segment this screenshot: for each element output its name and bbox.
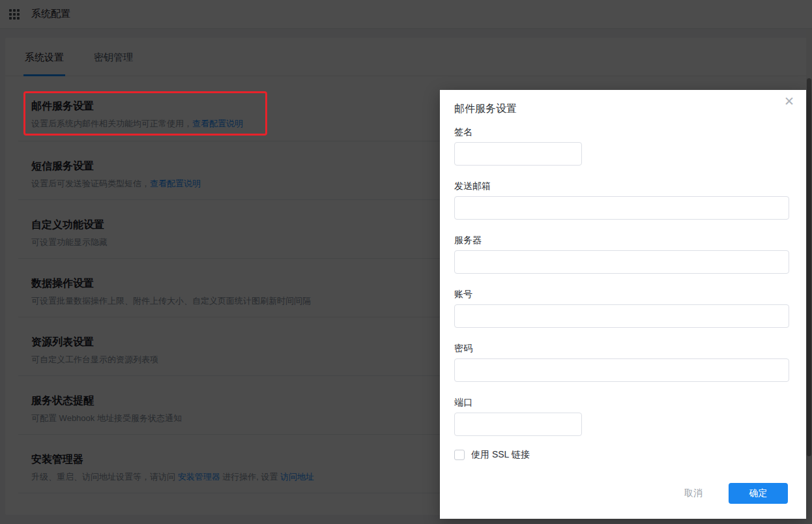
sender-email-label: 发送邮箱	[454, 180, 789, 192]
account-input[interactable]	[454, 304, 789, 328]
port-label: 端口	[454, 396, 789, 409]
field-sender-email: 发送邮箱	[454, 180, 789, 220]
dialog-title: 邮件服务设置	[454, 102, 792, 116]
password-label: 密码	[454, 342, 789, 355]
signature-label: 签名	[454, 126, 789, 138]
field-password: 密码	[454, 342, 789, 382]
port-input[interactable]	[454, 413, 582, 436]
sender-email-input[interactable]	[454, 196, 789, 220]
password-input[interactable]	[454, 358, 789, 382]
cancel-button[interactable]: 取消	[684, 488, 703, 499]
ssl-checkbox[interactable]	[454, 450, 465, 460]
close-icon[interactable]: ✕	[784, 94, 794, 109]
ssl-checkbox-label: 使用 SSL 链接	[471, 449, 530, 461]
dialog-body: 签名 发送邮箱 服务器 账号 密码 端口 使用 SSL 链接	[440, 126, 806, 461]
mail-settings-dialog: ✕ 邮件服务设置 签名 发送邮箱 服务器 账号 密码 端口 使用 SSL	[440, 90, 806, 519]
confirm-button[interactable]: 确定	[729, 483, 788, 504]
field-server: 服务器	[454, 234, 789, 274]
field-signature: 签名	[454, 126, 789, 166]
signature-input[interactable]	[454, 142, 582, 166]
server-input[interactable]	[454, 250, 789, 274]
dialog-footer: 取消 确定	[684, 483, 788, 504]
account-label: 账号	[454, 288, 789, 300]
ssl-checkbox-row[interactable]: 使用 SSL 链接	[454, 449, 789, 461]
field-port: 端口	[454, 396, 789, 436]
field-account: 账号	[454, 288, 789, 328]
server-label: 服务器	[454, 234, 789, 246]
